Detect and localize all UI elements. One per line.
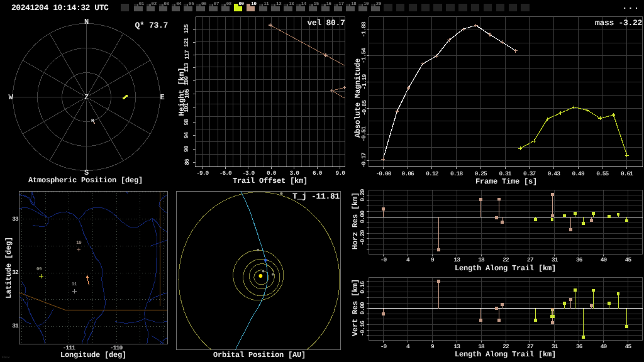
svg-text:0.20: 0.20 [359,189,366,201]
svg-text:-0: -0 [380,256,387,263]
svg-text:17: 17 [338,2,343,7]
svg-text:0.18: 0.18 [450,170,463,177]
svg-text:E: E [160,93,164,102]
svg-text:0.16: 0.16 [359,281,366,293]
svg-text:Height [km]: Height [km] [177,67,186,116]
svg-text:45: 45 [625,256,632,263]
svg-text:15: 15 [314,2,319,7]
svg-text:vel 80.7: vel 80.7 [307,18,345,28]
svg-text:0.00: 0.00 [359,211,366,223]
svg-text:03: 03 [164,1,169,7]
svg-text:40: 40 [601,256,608,263]
svg-text:40: 40 [601,343,608,350]
svg-text:45: 45 [625,343,632,350]
svg-text:13: 13 [453,343,460,350]
svg-text:Absolute Magnitude: Absolute Magnitude [353,58,362,138]
svg-text:27: 27 [527,343,534,350]
svg-text:01: 01 [139,1,145,7]
svg-text:Vert Res [km]: Vert Res [km] [351,279,360,336]
svg-text:-0.20: -0.20 [359,229,366,245]
svg-text:0.25: 0.25 [475,170,487,177]
svg-text:Trail Offset [km]: Trail Offset [km] [233,177,308,185]
svg-text:0.0: 0.0 [267,170,277,177]
svg-text:...: ... [622,2,640,12]
svg-text:-9.0: -9.0 [196,170,209,177]
svg-text:98: 98 [184,119,191,126]
svg-text:W: W [8,93,13,102]
svg-text:0.61: 0.61 [621,170,633,177]
svg-text:12: 12 [276,1,282,7]
svg-text:18: 18 [478,343,485,350]
svg-text:31: 31 [552,343,558,350]
svg-text:0.31: 0.31 [499,170,511,177]
svg-text:18: 18 [351,1,357,7]
svg-text:-1.88: -1.88 [361,21,368,37]
svg-text:10: 10 [251,1,257,7]
svg-text:Length Along Trail [km]: Length Along Trail [km] [455,264,556,273]
svg-text:08: 08 [226,1,232,7]
svg-text:0.55: 0.55 [596,170,609,177]
svg-text:10: 10 [76,240,82,246]
svg-text:22: 22 [502,343,509,350]
svg-text:05: 05 [189,1,194,7]
svg-text:0.49: 0.49 [572,170,584,177]
svg-text:mass -3.22: mass -3.22 [595,18,643,28]
svg-text:-6.0: -6.0 [219,170,232,177]
svg-text:18: 18 [478,256,485,263]
svg-text:20241204 10:14:32 UTC: 20241204 10:14:32 UTC [11,3,109,13]
svg-text:-3.0: -3.0 [242,170,255,177]
svg-text:02: 02 [152,1,157,7]
svg-text:06: 06 [201,1,207,7]
svg-text:9.0: 9.0 [336,170,346,177]
svg-text:117: 117 [184,50,191,60]
svg-text:0.06: 0.06 [402,170,414,177]
svg-text:11: 11 [72,282,77,287]
svg-text:27: 27 [527,256,534,263]
svg-text:13: 13 [289,1,294,7]
svg-text:3.0: 3.0 [290,170,300,177]
svg-text:31: 31 [12,322,19,329]
svg-text:N: N [84,18,89,26]
svg-text:121: 121 [184,38,191,48]
svg-text:0.43: 0.43 [548,170,560,177]
svg-text:-0.16: -0.16 [359,321,366,336]
svg-text:0.37: 0.37 [523,170,536,177]
svg-text:Atmospheric Position [deg]: Atmospheric Position [deg] [28,176,143,185]
svg-text:Horz Res [km]: Horz Res [km] [351,192,360,250]
svg-text:FGLW: FGLW [2,356,9,359]
svg-text:Longitude [deg]: Longitude [deg] [60,351,126,359]
svg-text:Z: Z [84,93,89,102]
svg-text:31: 31 [552,256,558,263]
svg-text:90: 90 [184,145,191,152]
svg-text:14: 14 [301,2,307,7]
svg-text:Q* 73.7: Q* 73.7 [135,21,168,30]
svg-text:09: 09 [36,266,42,272]
svg-text:36: 36 [576,256,583,263]
svg-text:Orbital Position [AU]: Orbital Position [AU] [213,351,306,359]
svg-text:Frame Time [s]: Frame Time [s] [475,177,537,186]
svg-text:-0.00: -0.00 [375,170,391,177]
svg-text:86: 86 [184,158,191,165]
svg-text:33: 33 [12,216,19,222]
svg-text:0.12: 0.12 [426,170,438,177]
svg-text:36: 36 [576,343,583,350]
svg-text:Length Along Trail [km]: Length Along Trail [km] [455,350,556,359]
svg-text:Latitude [deg]: Latitude [deg] [4,237,13,299]
svg-text:20: 20 [376,1,382,7]
svg-text:09: 09 [238,1,244,7]
svg-text:125: 125 [184,24,191,34]
svg-text:19: 19 [364,1,369,7]
svg-text:16: 16 [326,1,331,7]
svg-text:13: 13 [453,256,460,263]
svg-text:94: 94 [184,131,191,138]
svg-text:04: 04 [176,1,182,7]
svg-text:6.0: 6.0 [313,170,323,177]
svg-text:-0.17: -0.17 [361,152,368,168]
svg-text:07: 07 [214,1,219,7]
svg-text:-0: -0 [380,343,387,350]
svg-text:0.00: 0.00 [359,302,366,314]
svg-text:22: 22 [502,256,509,263]
svg-text:T_j -11.81: T_j -11.81 [292,192,340,201]
svg-text:11: 11 [264,2,269,7]
